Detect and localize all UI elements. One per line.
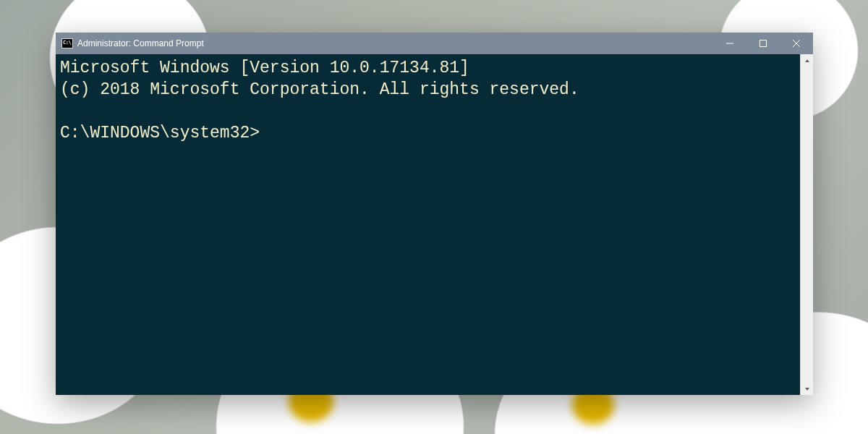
scroll-down-button[interactable] [801, 383, 813, 395]
minimize-button[interactable] [713, 33, 746, 54]
client-area: Microsoft Windows [Version 10.0.17134.81… [56, 54, 813, 395]
svg-marker-5 [805, 388, 809, 391]
titlebar[interactable]: Administrator: Command Prompt [56, 33, 813, 54]
command-prompt-window: Administrator: Command Prompt Microsoft … [56, 33, 813, 395]
svg-rect-1 [760, 41, 767, 47]
desktop-background: Administrator: Command Prompt Microsoft … [0, 0, 868, 434]
cmd-icon [61, 38, 73, 48]
chevron-down-icon [804, 386, 810, 392]
vertical-scrollbar[interactable] [800, 54, 813, 395]
terminal-output[interactable]: Microsoft Windows [Version 10.0.17134.81… [56, 54, 800, 395]
svg-marker-4 [805, 59, 809, 62]
terminal-prompt: C:\WINDOWS\system32> [60, 124, 260, 142]
minimize-icon [726, 40, 733, 47]
maximize-button[interactable] [746, 33, 780, 54]
scroll-track[interactable] [801, 67, 813, 383]
terminal-line: Microsoft Windows [Version 10.0.17134.81… [60, 59, 469, 77]
maximize-icon [760, 40, 767, 47]
terminal-line: (c) 2018 Microsoft Corporation. All righ… [60, 80, 579, 99]
chevron-up-icon [804, 58, 810, 64]
window-title: Administrator: Command Prompt [77, 38, 204, 48]
scroll-up-button[interactable] [801, 54, 813, 67]
close-button[interactable] [780, 33, 813, 54]
close-icon [793, 40, 800, 47]
